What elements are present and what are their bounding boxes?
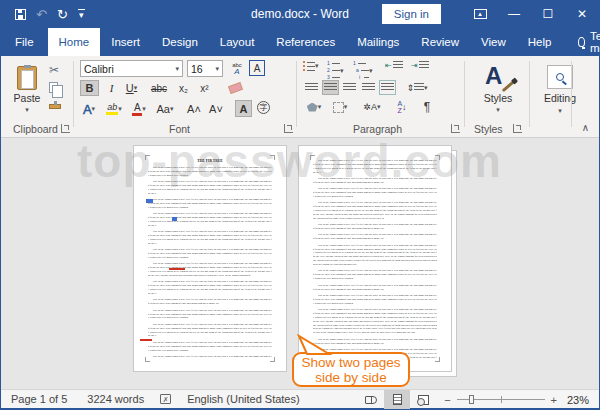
- tab-layout[interactable]: Layout: [209, 28, 266, 56]
- strikethrough-button[interactable]: abc: [147, 80, 171, 96]
- simulated-paragraph: Out in the woods stood a nice little fir…: [313, 294, 437, 306]
- simulated-paragraph: Out in the woods stood a nice little fir…: [148, 309, 272, 321]
- bullets-button[interactable]: ▾: [303, 61, 319, 71]
- grow-font-button[interactable]: A˄: [185, 100, 203, 118]
- paste-button[interactable]: Paste ▾: [9, 60, 45, 120]
- tab-references[interactable]: References: [265, 28, 346, 56]
- collapse-ribbon-button[interactable]: ∧: [582, 122, 589, 133]
- font-name-combobox[interactable]: Calibri▾: [80, 60, 183, 77]
- tab-file[interactable]: File: [1, 28, 48, 56]
- sort-button[interactable]: AZ ↓: [393, 99, 411, 115]
- line-spacing-button[interactable]: ⇕▾: [405, 80, 429, 95]
- close-button[interactable]: ✕: [565, 0, 599, 28]
- tab-home[interactable]: Home: [48, 28, 101, 56]
- zoom-slider-thumb[interactable]: [469, 395, 474, 404]
- ribbon-display-options-button[interactable]: ▴: [463, 0, 497, 28]
- decrease-indent-button[interactable]: ⇤: [385, 61, 403, 70]
- clipboard-dialog-launcher[interactable]: [61, 124, 70, 133]
- sign-in-button[interactable]: Sign in: [382, 4, 441, 24]
- tab-view[interactable]: View: [470, 28, 517, 56]
- font-color-button[interactable]: A▾: [129, 100, 149, 118]
- read-mode-button[interactable]: [358, 390, 384, 409]
- align-left-button[interactable]: [303, 80, 320, 95]
- show-formatting-button[interactable]: ¶: [419, 99, 435, 115]
- shading-button[interactable]: ▾: [303, 99, 325, 115]
- clear-formatting-button[interactable]: [225, 80, 245, 96]
- align-center-button[interactable]: [322, 80, 339, 95]
- simulated-paragraph: Out in the woods stood a nice little fir…: [313, 233, 437, 241]
- maximize-button[interactable]: ☐: [531, 0, 565, 28]
- web-layout-button[interactable]: [410, 390, 436, 409]
- font-size-combobox[interactable]: 16▾: [187, 60, 223, 77]
- bullets-icon: [303, 61, 315, 71]
- document-area[interactable]: top-password.com THE FIR TREEOut in the …: [1, 138, 599, 389]
- superscript-button[interactable]: x²: [195, 80, 214, 96]
- page-indicator[interactable]: Page 1 of 5: [1, 393, 77, 405]
- zoom-in-button[interactable]: +: [551, 394, 557, 406]
- underline-button[interactable]: U▾: [122, 80, 141, 96]
- eraser-icon: [228, 82, 243, 94]
- subscript-button[interactable]: x₂: [174, 80, 193, 96]
- numbering-button[interactable]: 1 2 3 ▾: [327, 61, 344, 80]
- tab-design[interactable]: Design: [151, 28, 209, 56]
- tell-me-box[interactable]: Tell me: [568, 28, 600, 56]
- italic-button[interactable]: I: [102, 80, 121, 96]
- highlight-icon: ab: [106, 103, 118, 115]
- redo-icon[interactable]: ↻: [57, 7, 68, 22]
- font-dialog-launcher[interactable]: [284, 124, 293, 133]
- spellcheck-squiggle: [169, 268, 185, 270]
- format-painter-button[interactable]: [49, 104, 61, 109]
- undo-icon[interactable]: ↶: [36, 7, 47, 22]
- word-count[interactable]: 3224 words: [77, 393, 154, 405]
- asian-layout-button[interactable]: ✲A▾: [359, 99, 385, 115]
- language-indicator[interactable]: English (United States): [177, 393, 310, 405]
- numbering-icon: 1 2 3: [327, 61, 340, 80]
- font-name-value: Calibri: [84, 63, 114, 75]
- text-effects-button[interactable]: A▾: [79, 100, 99, 118]
- copy-button[interactable]: [49, 82, 58, 93]
- character-shading-button[interactable]: A: [235, 100, 252, 117]
- change-case-button[interactable]: Aa▾: [153, 100, 177, 118]
- distribute-button[interactable]: [379, 80, 396, 95]
- zoom-slider[interactable]: [457, 399, 545, 400]
- callout-line1: Show two pages: [301, 355, 400, 370]
- align-right-button[interactable]: [341, 80, 358, 95]
- bold-button[interactable]: B: [80, 80, 99, 96]
- cut-button[interactable]: ✂: [49, 63, 59, 77]
- proofing-icon[interactable]: ✗: [160, 394, 171, 404]
- phonetic-guide-button[interactable]: abc A: [228, 60, 246, 77]
- editing-button[interactable]: Editing ▾: [534, 61, 586, 119]
- document-title: THE FIR TREE: [148, 159, 272, 163]
- tab-review[interactable]: Review: [410, 28, 470, 56]
- tab-help[interactable]: Help: [517, 28, 563, 56]
- save-icon[interactable]: [15, 9, 26, 20]
- enclose-characters-icon: 字: [257, 101, 270, 114]
- minimize-button[interactable]: —: [497, 0, 531, 28]
- tab-insert[interactable]: Insert: [100, 28, 151, 56]
- simulated-paragraph: Out in the woods stood a nice little fir…: [313, 187, 437, 199]
- character-border-icon: A: [254, 63, 261, 74]
- align-center-icon: [324, 83, 337, 92]
- multilevel-list-button[interactable]: 1 a i ▾: [353, 61, 373, 80]
- print-layout-button[interactable]: [384, 390, 410, 409]
- word-window: ↶ ↻ ▾ demo.docx - Word Sign in ▴ — ☐ ✕ F…: [0, 0, 600, 410]
- borders-button[interactable]: ▾: [329, 99, 351, 115]
- enclose-characters-button[interactable]: 字: [257, 101, 270, 114]
- font-size-value: 16: [191, 63, 203, 75]
- paragraph-dialog-launcher[interactable]: [451, 124, 460, 133]
- line-spacing-icon: [414, 83, 424, 92]
- shrink-font-button[interactable]: A˅: [207, 100, 225, 118]
- customize-qat-icon[interactable]: ▾: [78, 9, 85, 20]
- tab-mailings[interactable]: Mailings: [346, 28, 410, 56]
- zoom-percentage[interactable]: 23%: [565, 394, 599, 406]
- character-border-button[interactable]: A: [249, 60, 265, 76]
- page-1-text: THE FIR TREEOut in the woods stood a nic…: [148, 159, 272, 359]
- increase-indent-button[interactable]: ⇥: [411, 61, 429, 70]
- zoom-out-button[interactable]: −: [444, 394, 450, 406]
- document-page-1[interactable]: THE FIR TREEOut in the woods stood a nic…: [133, 145, 287, 372]
- styles-button[interactable]: A Styles ▾: [469, 60, 527, 118]
- justify-button[interactable]: [360, 80, 377, 95]
- styles-dialog-launcher[interactable]: [513, 124, 522, 133]
- page-2-text: Out in the woods stood a nice little fir…: [313, 159, 437, 359]
- highlight-color-button[interactable]: ab▾: [103, 100, 125, 118]
